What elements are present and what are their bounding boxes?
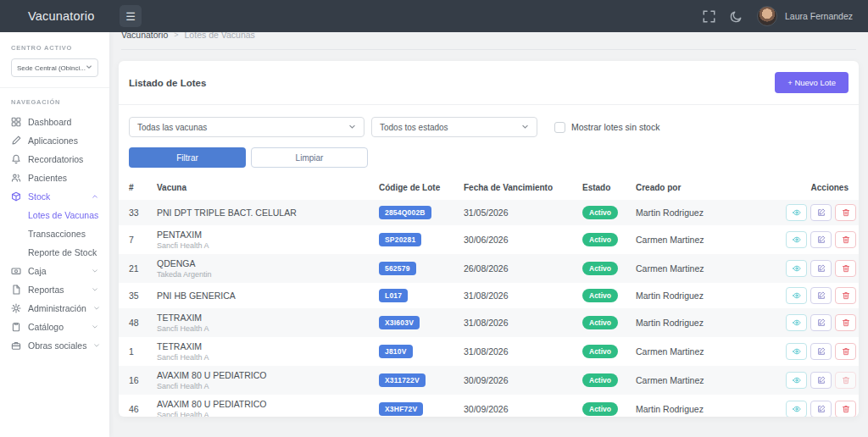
eye-icon	[793, 317, 801, 329]
lot-code-badge: 562579	[379, 262, 416, 275]
expiry-date: 26/08/2026	[464, 263, 582, 274]
show-no-stock-toggle[interactable]: Mostrar lotes sin stock	[554, 122, 659, 133]
chevron-down-icon	[93, 342, 100, 349]
view-button[interactable]	[786, 343, 807, 360]
edit-button[interactable]	[810, 314, 832, 331]
sidebar-subitem-lotes-de-vacunas[interactable]: Lotes de Vacunas	[0, 206, 109, 224]
sidebar-item-obras-sociales[interactable]: Obras sociales	[0, 336, 109, 355]
filter-buttons-row: Filtrar Limpiar	[119, 137, 859, 169]
sidebar-item-caja[interactable]: Caja	[0, 262, 109, 280]
filter-button[interactable]: Filtrar	[129, 147, 246, 168]
col-header-actions: Acciones	[786, 183, 849, 192]
trash-icon	[842, 374, 850, 387]
edit-button[interactable]	[810, 231, 832, 248]
sidebar-subitem-transacciones[interactable]: Transacciones	[0, 224, 109, 243]
sidebar-item-label: Dashboard	[28, 117, 71, 127]
col-header-num: #	[129, 183, 157, 192]
eye-icon	[793, 207, 801, 219]
row-number: 46	[129, 404, 157, 414]
chevron-down-icon	[92, 268, 98, 274]
edit-icon	[817, 290, 826, 302]
col-header-vaccine: Vacuna	[157, 183, 379, 192]
vaccine-name: AVAXIM 80 U PEDIATRICO	[157, 370, 379, 380]
view-button[interactable]	[786, 401, 807, 417]
view-button[interactable]	[786, 314, 807, 331]
sidebar-submenu: Lotes de VacunasTransaccionesReporte de …	[0, 206, 109, 262]
delete-button[interactable]	[835, 372, 856, 389]
eye-icon	[793, 234, 801, 246]
delete-button[interactable]	[835, 260, 856, 277]
user-avatar[interactable]	[757, 6, 777, 26]
center-select[interactable]: Sede Central (Obinci...	[11, 58, 98, 77]
bell-icon	[11, 154, 21, 164]
status-badge: Activo	[582, 233, 618, 246]
nav-list: Dashboard Aplicaciones Recordatorios Pac…	[0, 113, 109, 355]
sidebar-item-cat-logo[interactable]: Catálogo	[0, 318, 109, 336]
navbar-right: Laura Fernandez	[703, 6, 868, 26]
sidebar-item-recordatorios[interactable]: Recordatorios	[0, 150, 109, 169]
table-row: 21 QDENGA Takeda Argentin 562579 26/08/2…	[119, 254, 859, 283]
view-button[interactable]	[786, 231, 807, 248]
sidebar-item-administraci-n[interactable]: Administración	[0, 299, 109, 318]
fullscreen-icon[interactable]	[703, 10, 715, 23]
sidebar-item-reportas[interactable]: Reportas	[0, 280, 109, 299]
expiry-date: 31/05/2026	[464, 207, 582, 218]
delete-button[interactable]	[835, 231, 856, 248]
nav-section-label: NAVEGACIÓN	[0, 98, 109, 106]
edit-button[interactable]	[810, 372, 832, 389]
user-name[interactable]: Laura Fernandez	[785, 11, 853, 21]
trash-icon	[842, 317, 850, 329]
sidebar-item-dashboard[interactable]: Dashboard	[0, 113, 109, 131]
clipboard-icon	[11, 322, 21, 332]
view-button[interactable]	[786, 204, 807, 221]
box-icon	[11, 191, 21, 202]
delete-button[interactable]	[835, 287, 856, 304]
creator-name: Carmen Martinez	[636, 346, 786, 357]
trash-icon	[842, 346, 850, 358]
hamburger-icon[interactable]: ☰	[120, 5, 142, 27]
status-badge: Activo	[582, 345, 618, 358]
chevron-down-icon	[86, 64, 92, 72]
eye-icon	[793, 346, 801, 358]
file-icon	[11, 285, 21, 295]
vaccine-select[interactable]: Todas las vacunas	[129, 117, 364, 137]
dashboard-icon	[11, 117, 21, 127]
sidebar-item-pacientes[interactable]: Pacientes	[0, 169, 109, 187]
edit-button[interactable]	[810, 287, 832, 304]
table-header-row: # Vacuna Códige de Lote Fecha de Vancimi…	[119, 176, 859, 200]
table-row: 1 TETRAXIM Sancfi Health A J810V 31/08/2…	[119, 337, 859, 366]
delete-button[interactable]	[835, 204, 856, 221]
lots-card: Listado de Lotes + Nuevo Lote Todas las …	[119, 61, 859, 417]
vaccine-maker: Sancfi Health A	[157, 411, 379, 417]
vaccine-maker: Sancfi Health A	[157, 324, 379, 333]
pen-icon	[11, 136, 21, 146]
sidebar-item-stock[interactable]: Stock	[0, 187, 109, 206]
view-button[interactable]	[786, 287, 807, 304]
no-stock-checkbox[interactable]	[554, 122, 565, 133]
vaccine-maker: Takeda Argentin	[157, 270, 379, 279]
edit-button[interactable]	[810, 204, 832, 221]
edit-button[interactable]	[810, 260, 832, 277]
view-button[interactable]	[786, 372, 807, 389]
edit-button[interactable]	[810, 343, 832, 360]
people-icon	[11, 173, 21, 183]
main-content: Vacunatorio Vacunatorio > Lotes de Vacun…	[109, 0, 868, 417]
sidebar-item-aplicaciones[interactable]: Aplicaciones	[0, 131, 109, 150]
edit-button[interactable]	[810, 401, 832, 417]
state-select[interactable]: Todos tos estados	[371, 117, 537, 137]
delete-button[interactable]	[835, 343, 856, 360]
new-lot-button[interactable]: + Nuevo Lote	[775, 72, 849, 93]
trash-icon	[842, 290, 850, 302]
sidebar-item-label: Pacientes	[28, 173, 67, 183]
row-number: 7	[129, 235, 157, 245]
row-number: 35	[129, 290, 157, 301]
no-stock-checkbox-label: Mostrar lotes sin stock	[571, 122, 659, 132]
moon-icon[interactable]	[730, 10, 743, 23]
table-row: 7 PENTAXIM Sancfi Health A SP20281 30/06…	[119, 225, 859, 254]
view-button[interactable]	[786, 260, 807, 277]
clear-button[interactable]: Limpiar	[251, 147, 368, 168]
sidebar-item-label: Recordatorios	[28, 154, 83, 164]
delete-button[interactable]	[835, 401, 856, 417]
delete-button[interactable]	[835, 314, 856, 331]
sidebar-subitem-reporte-de-stock[interactable]: Reporte de Stock	[0, 243, 109, 262]
